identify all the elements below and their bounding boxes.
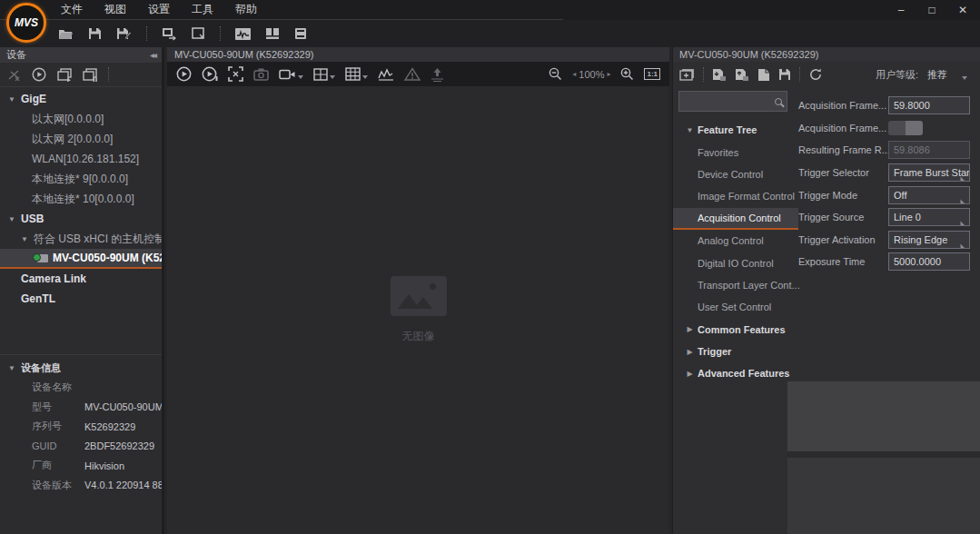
feature-item-device-control[interactable]: Device Control bbox=[673, 163, 798, 185]
device-tree-item-gige[interactable]: ▼GigE bbox=[0, 89, 162, 109]
chevron-down-icon bbox=[962, 76, 967, 80]
layout-icon[interactable] bbox=[265, 27, 280, 40]
info-row-version: 设备版本V4.0.1 220914 8875... bbox=[0, 476, 162, 496]
start-acquisition-icon[interactable] bbox=[32, 67, 46, 82]
trigger-source-select[interactable]: Line 0 bbox=[888, 208, 970, 226]
search-icon[interactable] bbox=[775, 98, 782, 105]
device-tree-item-ethernet2[interactable]: 以太网 2[0.0.0.0] bbox=[0, 129, 162, 149]
chevron-right-icon: ▶ bbox=[685, 325, 695, 333]
property-trigger-selector: Trigger Selector Frame Burst Star... bbox=[798, 162, 980, 184]
feature-item-acquisition-control[interactable]: Acquisition Control bbox=[673, 208, 798, 230]
disconnect-icon[interactable] bbox=[7, 69, 21, 81]
frame-rate-enable-toggle[interactable] bbox=[888, 121, 923, 135]
refresh-icon[interactable] bbox=[808, 67, 823, 82]
zoom-out-icon[interactable] bbox=[549, 67, 562, 81]
search-input[interactable] bbox=[681, 93, 765, 110]
description-lower-area bbox=[787, 458, 980, 534]
menu-file[interactable]: 文件 bbox=[56, 2, 87, 17]
chevron-down-icon: ▼ bbox=[20, 235, 29, 243]
swap-windows-icon[interactable] bbox=[162, 27, 177, 41]
mvs-logo: MVS bbox=[6, 3, 46, 43]
titlebar: 文件 视图 设置 工具 帮助 – □ ✕ bbox=[0, 0, 980, 20]
feature-item-trigger[interactable]: ▶Trigger bbox=[673, 341, 798, 362]
device-tree-item-local10[interactable]: 本地连接* 10[0.0.0.0] bbox=[0, 189, 162, 209]
chevron-right-icon: ▶ bbox=[685, 370, 695, 378]
exposure-time-input[interactable] bbox=[888, 252, 970, 271]
feature-tree-root[interactable]: ▼Feature Tree bbox=[673, 119, 798, 141]
feature-item-user-set-control[interactable]: User Set Control bbox=[673, 296, 798, 318]
property-resulting-frame-rate: Resulting Frame R... bbox=[798, 139, 980, 162]
description-divider bbox=[787, 451, 980, 458]
user-level-select[interactable]: 推荐 bbox=[924, 66, 971, 84]
menu-tools[interactable]: 工具 bbox=[187, 2, 218, 17]
mvs-window: 文件 视图 设置 工具 帮助 – □ ✕ MVS 设备 ◂◂ bbox=[0, 0, 980, 534]
device-tree-item-cameralink[interactable]: Camera Link bbox=[0, 269, 162, 289]
device-tree-item-gentl[interactable]: GenTL bbox=[0, 289, 162, 309]
warning-icon[interactable] bbox=[404, 67, 421, 81]
save-icon[interactable] bbox=[88, 27, 102, 40]
save-config-icon[interactable] bbox=[778, 68, 791, 81]
trigger-selector-select[interactable]: Frame Burst Star... bbox=[888, 163, 970, 182]
device-tree-item-usb[interactable]: ▼USB bbox=[0, 209, 162, 229]
property-acquisition-frame-rate-enable: Acquisition Frame... bbox=[798, 117, 980, 140]
start-all-icon[interactable] bbox=[57, 68, 72, 82]
feature-item-common-features[interactable]: ▶Common Features bbox=[673, 319, 798, 341]
menu-help[interactable]: 帮助 bbox=[231, 2, 262, 17]
menu-bar: 文件 视图 设置 工具 帮助 bbox=[0, 0, 563, 20]
acquisition-frame-rate-input[interactable] bbox=[888, 96, 970, 114]
split-quad-icon[interactable] bbox=[313, 68, 335, 81]
trigger-activation-select[interactable]: Rising Edge bbox=[888, 231, 970, 249]
feature-item-transport-layer[interactable]: Transport Layer Cont... bbox=[673, 274, 798, 296]
menu-settings[interactable]: 设置 bbox=[144, 2, 174, 17]
new-window-icon[interactable] bbox=[192, 27, 205, 40]
import-config-icon[interactable] bbox=[712, 68, 727, 81]
trigger-mode-select[interactable]: Off bbox=[888, 186, 970, 204]
camera-status-icon bbox=[33, 253, 48, 263]
maximize-button[interactable]: □ bbox=[922, 2, 942, 18]
save-as-icon[interactable] bbox=[116, 27, 132, 40]
minimize-button[interactable]: – bbox=[891, 2, 911, 18]
chevron-down-icon bbox=[330, 75, 335, 79]
feature-item-favorites[interactable]: Favorites bbox=[673, 141, 798, 163]
one-to-one-icon[interactable]: 1:1 bbox=[644, 68, 660, 80]
start-once-icon[interactable] bbox=[202, 66, 218, 82]
user-level: 用户等级: 推荐 bbox=[876, 66, 980, 84]
device-tree-item-usb-host[interactable]: ▼符合 USB xHCI 的主机控制器 bbox=[0, 229, 162, 249]
export-config-icon[interactable] bbox=[735, 68, 749, 81]
device-info-header[interactable]: ▼设备信息 bbox=[0, 359, 162, 378]
close-button[interactable]: ✕ bbox=[953, 2, 973, 18]
waveform-icon[interactable] bbox=[235, 28, 251, 40]
fit-window-icon[interactable] bbox=[228, 66, 243, 82]
snapshot-icon[interactable] bbox=[253, 68, 269, 81]
attribute-tile-icon[interactable] bbox=[679, 68, 695, 81]
record-icon[interactable] bbox=[279, 68, 303, 81]
device-tree-item-camera[interactable]: MV-CU050-90UM (K5269... bbox=[0, 249, 162, 269]
menu-view[interactable]: 视图 bbox=[100, 2, 131, 17]
property-description-box bbox=[787, 381, 980, 534]
device-tree-item-ethernet[interactable]: 以太网[0.0.0.0] bbox=[0, 109, 162, 129]
device-tree-item-wlan[interactable]: WLAN[10.26.181.152] bbox=[0, 149, 162, 169]
property-acquisition-frame-rate: Acquisition Frame... bbox=[798, 94, 980, 117]
start-preview-icon[interactable] bbox=[176, 66, 192, 82]
zoom-dec-icon[interactable]: ◂ bbox=[572, 70, 576, 78]
save-image-icon[interactable] bbox=[431, 67, 444, 82]
feature-item-analog-control[interactable]: Analog Control bbox=[673, 230, 798, 252]
feature-item-digital-io-control[interactable]: Digital IO Control bbox=[673, 252, 798, 273]
feature-item-image-format-control[interactable]: Image Format Control bbox=[673, 185, 798, 207]
storage-icon[interactable] bbox=[294, 27, 307, 40]
user-level-label: 用户等级: bbox=[876, 68, 918, 82]
histogram-icon[interactable] bbox=[378, 68, 394, 81]
zoom-inc-icon[interactable]: ▸ bbox=[607, 70, 610, 78]
collapse-panel-icon[interactable]: ◂◂ bbox=[150, 50, 155, 60]
split-grid-icon[interactable] bbox=[345, 67, 368, 81]
device-tree-item-local9[interactable]: 本地连接* 9[0.0.0.0] bbox=[0, 169, 162, 189]
open-icon[interactable] bbox=[58, 27, 74, 40]
device-info-section: ▼设备信息 设备名称 型号MV-CU050-90UM 序列号K52692329 … bbox=[0, 354, 162, 495]
stop-all-icon[interactable] bbox=[83, 68, 97, 82]
preview-tab[interactable]: MV-CU050-90UM (K52692329) bbox=[167, 47, 669, 62]
zoom-in-icon[interactable] bbox=[620, 67, 634, 81]
document-icon[interactable] bbox=[757, 68, 770, 81]
feature-item-advanced-features[interactable]: ▶Advanced Features bbox=[673, 362, 798, 384]
feature-panel-title: MV-CU050-90UM (K52692329) bbox=[673, 47, 980, 62]
info-row-serial: 序列号K52692329 bbox=[0, 417, 162, 437]
